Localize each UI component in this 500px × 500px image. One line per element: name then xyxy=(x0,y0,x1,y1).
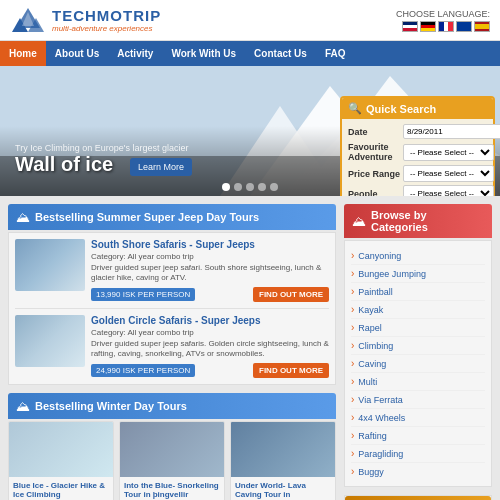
flag-fr[interactable] xyxy=(438,21,454,32)
cat-arrow-icon: › xyxy=(351,358,354,369)
hero-dot-5[interactable] xyxy=(270,183,278,191)
summer-tour-1-price: 13,990 ISK PER PERSON xyxy=(91,288,195,301)
summer-tour-1-desc: Driver guided super jeep safari. South s… xyxy=(91,263,329,284)
winter-tour-2-body: Into the Blue- Snorkeling Tour in þingve… xyxy=(120,477,224,500)
nav-about[interactable]: About Us xyxy=(46,41,108,66)
cat-label-multi: Multi xyxy=(358,377,377,387)
summer-section-title: Bestselling Summer Super Jeep Day Tours xyxy=(35,211,259,223)
cat-label-rafting: Rafting xyxy=(358,431,387,441)
category-kayak[interactable]: › Kayak xyxy=(351,301,485,319)
category-buggy[interactable]: › Buggy xyxy=(351,463,485,480)
category-via-ferrata[interactable]: › Via Ferrata xyxy=(351,391,485,409)
summer-section-header: ⛰ Bestselling Summer Super Jeep Day Tour… xyxy=(8,204,336,230)
category-canyoning[interactable]: › Canyoning xyxy=(351,247,485,265)
language-flags xyxy=(396,21,490,32)
language-label: CHOOSE LANGUAGE: xyxy=(396,9,490,19)
qs-people-select[interactable]: -- Please Select -- xyxy=(403,185,494,196)
qs-date-row: Date xyxy=(348,124,487,139)
summer-tour-1-category: Category: All year combo trip xyxy=(91,252,329,261)
winter-tour-1-body: Blue Ice - Glacier Hike & Ice Climbing C… xyxy=(9,477,113,500)
hero-small-text: Try Ice Climbing on Europe's largest gla… xyxy=(15,143,188,153)
cat-label-rapel: Rapel xyxy=(358,323,382,333)
winter-icon: ⛰ xyxy=(16,398,30,414)
cat-label-bungee: Bungee Jumping xyxy=(358,269,426,279)
cat-label-4x4: 4x4 Wheels xyxy=(358,413,405,423)
summer-tour-1-name: South Shore Safaris - Super Jeeps xyxy=(91,239,329,250)
cat-label-canyoning: Canyoning xyxy=(358,251,401,261)
qs-price-row: Price Range -- Please Select -- xyxy=(348,165,487,182)
logo-area: TECHMOTRIP multi-adventure experiences xyxy=(10,6,161,34)
hero-dot-2[interactable] xyxy=(234,183,242,191)
categories-box: › Canyoning › Bungee Jumping › Paintball… xyxy=(344,240,492,487)
category-rafting[interactable]: › Rafting xyxy=(351,427,485,445)
winter-tour-2-name: Into the Blue- Snorkeling Tour in þingve… xyxy=(124,481,220,500)
cat-arrow-icon: › xyxy=(351,466,354,477)
nav-home[interactable]: Home xyxy=(0,41,46,66)
summer-tour-1: South Shore Safaris - Super Jeeps Catego… xyxy=(15,239,329,309)
summer-tour-2-name: Golden Circle Safaris - Super Jeeps xyxy=(91,315,329,326)
qs-people-label: People xyxy=(348,189,403,197)
quick-search-panel: 🔍 Quick Search Date Favourite Adventure … xyxy=(340,96,495,196)
nav-faq[interactable]: FAQ xyxy=(316,41,355,66)
logo-icon xyxy=(10,6,46,34)
cat-label-buggy: Buggy xyxy=(358,467,384,477)
summer-tours-container: South Shore Safaris - Super Jeeps Catego… xyxy=(8,232,336,385)
hero-dot-3[interactable] xyxy=(246,183,254,191)
category-paragliding[interactable]: › Paragliding xyxy=(351,445,485,463)
summer-tour-2-price: 24,990 ISK PER PERSON xyxy=(91,364,195,377)
qs-adventure-label: Favourite Adventure xyxy=(348,142,403,162)
winter-tours-container: Blue Ice - Glacier Hike & Ice Climbing C… xyxy=(8,421,336,500)
cat-arrow-icon: › xyxy=(351,448,354,459)
cat-label-caving: Caving xyxy=(358,359,386,369)
nav-activity[interactable]: Activity xyxy=(108,41,162,66)
hero-learn-more-button[interactable]: Learn More xyxy=(130,158,192,176)
qs-date-input[interactable] xyxy=(403,124,500,139)
main-content: ⛰ Bestselling Summer Super Jeep Day Tour… xyxy=(0,196,500,500)
logo-text: TECHMOTRIP multi-adventure experiences xyxy=(52,7,161,33)
flag-uk[interactable] xyxy=(402,21,418,32)
hero-dot-4[interactable] xyxy=(258,183,266,191)
flag-es[interactable] xyxy=(474,21,490,32)
language-selector: CHOOSE LANGUAGE: xyxy=(396,9,490,32)
category-caving[interactable]: › Caving xyxy=(351,355,485,373)
qs-people-row: People -- Please Select -- xyxy=(348,185,487,196)
hero-banner: Try Ice Climbing on Europe's largest gla… xyxy=(0,66,500,196)
nav-workwithus[interactable]: Work With Us xyxy=(162,41,245,66)
summer-tour-2-image xyxy=(15,315,85,367)
category-climbing[interactable]: › Climbing xyxy=(351,337,485,355)
summer-tour-2-find-out-button[interactable]: FIND OUT MORE xyxy=(253,363,329,378)
summer-tour-2-desc: Driver guided super jeep safaris. Golden… xyxy=(91,339,329,360)
left-column: ⛰ Bestselling Summer Super Jeep Day Tour… xyxy=(8,204,336,500)
category-paintball[interactable]: › Paintball xyxy=(351,283,485,301)
winter-section-title: Bestselling Winter Day Tours xyxy=(35,400,187,412)
qs-adventure-select[interactable]: -- Please Select -- xyxy=(403,144,494,161)
hero-dot-1[interactable] xyxy=(222,183,230,191)
header: TECHMOTRIP multi-adventure experiences C… xyxy=(0,0,500,41)
qs-price-select[interactable]: -- Please Select -- xyxy=(403,165,494,182)
category-multi[interactable]: › Multi xyxy=(351,373,485,391)
summer-tour-2-price-row: 24,990 ISK PER PERSON FIND OUT MORE xyxy=(91,363,329,378)
cat-arrow-icon: › xyxy=(351,250,354,261)
hero-dots xyxy=(222,183,278,191)
flag-is[interactable] xyxy=(456,21,472,32)
winter-tour-3-name: Under World- Lava Caving Tour in Leiðare… xyxy=(235,481,331,500)
category-rapel[interactable]: › Rapel xyxy=(351,319,485,337)
qs-price-label: Price Range xyxy=(348,169,403,179)
categories-icon: ⛰ xyxy=(352,213,366,229)
winter-section-header: ⛰ Bestselling Winter Day Tours xyxy=(8,393,336,419)
cat-arrow-icon: › xyxy=(351,322,354,333)
flag-de[interactable] xyxy=(420,21,436,32)
logo-sub: multi-adventure experiences xyxy=(52,24,161,33)
winter-tour-3-image xyxy=(231,422,335,477)
cat-arrow-icon: › xyxy=(351,376,354,387)
category-bungee[interactable]: › Bungee Jumping xyxy=(351,265,485,283)
search-icon: 🔍 xyxy=(348,102,362,115)
summer-tour-1-info: South Shore Safaris - Super Jeeps Catego… xyxy=(91,239,329,302)
winter-tour-1-name: Blue Ice - Glacier Hike & Ice Climbing xyxy=(13,481,109,500)
winter-tour-3-body: Under World- Lava Caving Tour in Leiðare… xyxy=(231,477,335,500)
category-4x4[interactable]: › 4x4 Wheels xyxy=(351,409,485,427)
cat-arrow-icon: › xyxy=(351,394,354,405)
summer-tour-1-find-out-button[interactable]: FIND OUT MORE xyxy=(253,287,329,302)
nav-contact[interactable]: Contact Us xyxy=(245,41,316,66)
cat-label-paragliding: Paragliding xyxy=(358,449,403,459)
